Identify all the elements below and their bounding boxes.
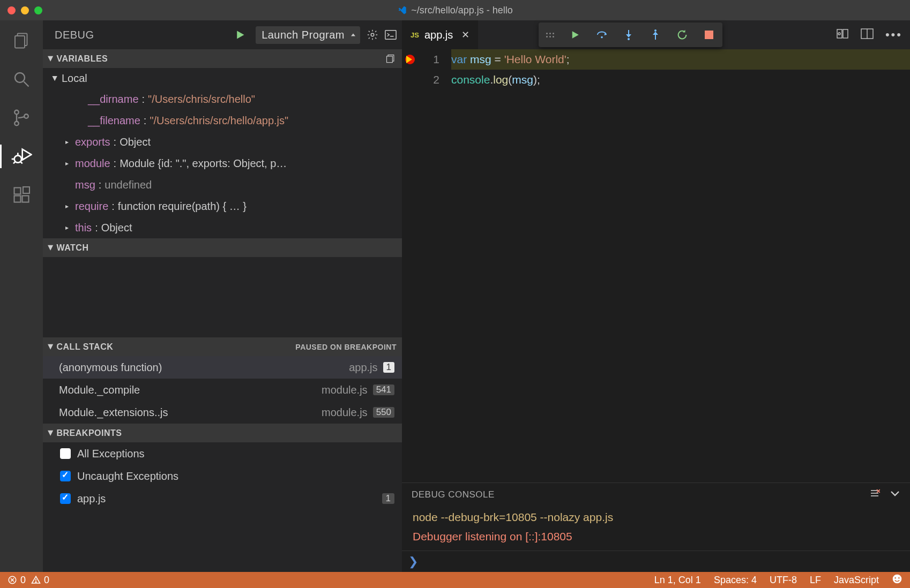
stop-icon[interactable] <box>703 29 715 41</box>
variable-row[interactable]: ▸exports: Object <box>43 131 402 153</box>
svg-marker-26 <box>626 34 631 37</box>
search-icon[interactable] <box>8 65 35 93</box>
warnings-count[interactable]: 0 <box>31 575 49 586</box>
variable-row[interactable]: __filename: "/Users/chris/src/hello/app.… <box>43 110 402 131</box>
svg-rect-15 <box>14 196 21 202</box>
breakpoint-glyph[interactable] <box>405 55 415 64</box>
zoom-window-icon[interactable] <box>34 6 42 14</box>
errors-count[interactable]: 0 <box>8 575 26 586</box>
launch-config-label: Launch Program <box>262 29 345 41</box>
variable-row[interactable]: msg: undefined <box>43 174 402 195</box>
svg-rect-22 <box>387 56 393 63</box>
title-bar: ~/src/hello/app.js - hello <box>0 0 910 20</box>
svg-rect-1 <box>15 36 25 48</box>
indentation-status[interactable]: Spaces: 4 <box>714 575 757 586</box>
svg-point-4 <box>14 110 19 115</box>
vscode-icon <box>397 5 407 15</box>
watch-label: WATCH <box>57 243 89 253</box>
continue-icon[interactable] <box>569 29 581 41</box>
cursor-position[interactable]: Ln 1, Col 1 <box>654 575 701 586</box>
collapse-panel-icon[interactable] <box>890 489 900 501</box>
svg-rect-31 <box>705 31 713 39</box>
close-tab-icon[interactable]: ✕ <box>461 29 469 41</box>
callstack-section-header[interactable]: ▶CALL STACK PAUSED ON BREAKPOINT <box>43 337 402 356</box>
debug-console-input[interactable]: ❯ <box>402 551 910 572</box>
debug-sidebar-header: DEBUG Launch Program <box>43 20 402 49</box>
svg-point-24 <box>601 36 603 39</box>
source-control-icon[interactable] <box>8 104 35 132</box>
svg-point-6 <box>24 114 28 118</box>
line-numbers: 12 <box>418 49 447 483</box>
scope-label: Local <box>62 72 87 85</box>
checkbox[interactable] <box>60 471 71 481</box>
svg-point-7 <box>14 155 21 162</box>
svg-point-2 <box>15 73 25 82</box>
svg-marker-13 <box>23 149 32 160</box>
callstack-label: CALL STACK <box>57 342 114 352</box>
encoding-status[interactable]: UTF-8 <box>770 575 797 586</box>
svg-point-50 <box>898 577 900 579</box>
console-icon[interactable] <box>385 29 397 41</box>
minimize-window-icon[interactable] <box>21 6 29 14</box>
debug-icon[interactable] <box>8 142 35 170</box>
drag-handle-icon[interactable] <box>546 33 554 37</box>
window-title-text: ~/src/hello/app.js - hello <box>411 5 513 16</box>
close-window-icon[interactable] <box>8 6 16 14</box>
variables-section-header[interactable]: ▶VARIABLES <box>43 49 402 68</box>
svg-marker-29 <box>653 32 658 35</box>
step-into-icon[interactable] <box>623 29 635 41</box>
watch-section <box>43 257 402 337</box>
svg-point-19 <box>371 33 374 36</box>
svg-marker-18 <box>237 31 244 39</box>
language-mode[interactable]: JavaScript <box>834 575 879 586</box>
feedback-icon[interactable] <box>892 574 902 587</box>
checkbox[interactable] <box>60 493 71 504</box>
window-title: ~/src/hello/app.js - hello <box>397 5 513 16</box>
window-controls <box>8 6 42 14</box>
compare-changes-icon[interactable] <box>836 28 849 42</box>
variable-row[interactable]: ▸module: Module {id: ".", exports: Objec… <box>43 153 402 174</box>
variable-row[interactable]: __dirname: "/Users/chris/src/hello" <box>43 88 402 110</box>
variable-row[interactable]: ▸require: function require(path) { … } <box>43 195 402 217</box>
restart-icon[interactable] <box>676 29 688 41</box>
more-actions-icon[interactable]: ••• <box>885 28 902 42</box>
clear-console-icon[interactable] <box>869 489 880 501</box>
tab-app-js[interactable]: JS app.js ✕ <box>402 20 478 49</box>
collapse-all-icon[interactable] <box>385 53 397 65</box>
svg-rect-33 <box>843 29 848 38</box>
debug-console-output: node --debug-brk=10805 --nolazy app.jsDe… <box>402 507 910 551</box>
code-content[interactable]: var msg = 'Hello World';console.log(msg)… <box>447 49 910 483</box>
editor-tabs: JS app.js ✕ ••• <box>402 20 910 49</box>
debug-sidebar: DEBUG Launch Program ▶VARIABLES ▶Local _… <box>43 20 402 572</box>
js-icon: JS <box>411 31 419 39</box>
svg-point-49 <box>894 577 896 579</box>
eol-status[interactable]: LF <box>810 575 821 586</box>
extensions-icon[interactable] <box>8 181 35 209</box>
callstack-row[interactable]: (anonymous function)app.js1 <box>43 356 402 379</box>
breakpoint-row[interactable]: app.js1 <box>43 487 402 510</box>
callstack-section: (anonymous function)app.js1Module._compi… <box>43 356 402 424</box>
svg-point-34 <box>838 33 840 35</box>
code-editor[interactable]: 12 var msg = 'Hello World';console.log(m… <box>402 49 910 483</box>
callstack-row[interactable]: Module._compilemodule.js541 <box>43 379 402 401</box>
breakpoint-row[interactable]: All Exceptions <box>43 442 402 465</box>
launch-config-select[interactable]: Launch Program <box>256 26 360 44</box>
variable-row[interactable]: ▸this: Object <box>43 217 402 238</box>
svg-point-47 <box>35 582 36 583</box>
start-debug-button[interactable] <box>231 26 249 44</box>
split-editor-icon[interactable] <box>861 28 874 42</box>
svg-line-12 <box>20 162 22 163</box>
checkbox[interactable] <box>60 448 71 459</box>
settings-icon[interactable] <box>367 29 378 41</box>
breakpoint-row[interactable]: Uncaught Exceptions <box>43 465 402 487</box>
step-over-icon[interactable] <box>596 29 608 41</box>
debug-toolbar[interactable] <box>539 22 722 47</box>
svg-rect-20 <box>385 31 396 40</box>
watch-section-header[interactable]: ▶WATCH <box>43 238 402 257</box>
scope-local[interactable]: ▶Local <box>43 68 402 88</box>
explorer-icon[interactable] <box>8 27 35 55</box>
breakpoints-section-header[interactable]: ▶BREAKPOINTS <box>43 424 402 442</box>
step-out-icon[interactable] <box>650 29 661 41</box>
callstack-row[interactable]: Module._extensions..jsmodule.js550 <box>43 401 402 424</box>
breakpoints-label: BREAKPOINTS <box>57 428 122 438</box>
